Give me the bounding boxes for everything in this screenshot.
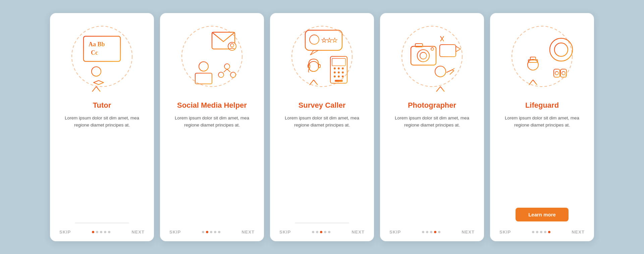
tutor-icon: Aa Bb Cc xyxy=(67,23,137,93)
lifeguard-dots xyxy=(532,231,550,233)
dot-3 xyxy=(430,231,432,233)
tutor-illustration: Aa Bb Cc xyxy=(65,21,139,95)
card-survey-caller: ★★★ xyxy=(270,13,374,241)
dot-4 xyxy=(434,231,436,233)
svg-point-46 xyxy=(334,75,336,78)
social-media-icon xyxy=(177,23,247,93)
lifeguard-nav: SKIP NEXT xyxy=(497,230,587,235)
tutor-title: Tutor xyxy=(93,101,111,110)
svg-line-25 xyxy=(227,69,230,72)
dot-4 xyxy=(104,231,106,233)
svg-line-37 xyxy=(314,80,318,85)
svg-point-21 xyxy=(224,64,230,69)
dot-5 xyxy=(108,231,110,233)
lifeguard-title: Lifeguard xyxy=(525,101,559,110)
survey-skip[interactable]: SKIP xyxy=(279,230,291,235)
dot-1 xyxy=(92,231,94,233)
card-social-media: Social Media Helper Lorem ipsum dolor si… xyxy=(160,13,264,241)
dot-3 xyxy=(540,231,542,233)
photographer-desc: Lorem ipsum dolor sit dim amet, mea regi… xyxy=(387,114,477,221)
social-media-illustration xyxy=(175,21,249,95)
svg-rect-33 xyxy=(318,64,320,68)
svg-point-43 xyxy=(334,71,336,73)
svg-point-53 xyxy=(420,52,427,59)
lifeguard-skip[interactable]: SKIP xyxy=(499,230,511,235)
dot-1 xyxy=(312,231,314,233)
lifeguard-next[interactable]: NEXT xyxy=(572,230,585,235)
survey-caller-desc: Lorem ipsum dolor sit dim amet, mea regi… xyxy=(277,114,367,216)
lifeguard-illustration xyxy=(505,21,579,95)
svg-point-79 xyxy=(562,71,565,75)
social-media-nav: SKIP NEXT xyxy=(167,230,257,235)
svg-point-62 xyxy=(435,66,446,77)
dot-2 xyxy=(426,231,428,233)
svg-rect-60 xyxy=(440,45,456,57)
dot-2 xyxy=(536,231,538,233)
learn-more-button[interactable]: Learn more xyxy=(516,208,569,221)
svg-rect-38 xyxy=(330,56,347,83)
card-lifeguard: Lifeguard Lorem ipsum dolor sit dim amet… xyxy=(490,13,594,241)
svg-point-0 xyxy=(72,26,132,87)
svg-point-52 xyxy=(417,50,429,62)
dot-4 xyxy=(324,231,326,233)
svg-rect-1 xyxy=(84,36,120,61)
dot-1 xyxy=(422,231,424,233)
survey-footer: SKIP NEXT xyxy=(277,222,367,235)
svg-point-40 xyxy=(334,67,336,69)
svg-point-48 xyxy=(342,75,344,78)
social-next[interactable]: NEXT xyxy=(241,230,255,235)
svg-rect-39 xyxy=(332,58,345,66)
social-dots xyxy=(202,231,220,233)
svg-text:★★★: ★★★ xyxy=(321,37,337,44)
survey-caller-icon: ★★★ xyxy=(287,23,357,93)
survey-nav: SKIP NEXT xyxy=(277,230,367,235)
photographer-next[interactable]: NEXT xyxy=(462,230,475,235)
lifeguard-desc: Lorem ipsum dolor sit dim amet, mea regi… xyxy=(497,114,587,202)
svg-line-8 xyxy=(96,87,100,92)
dot-1 xyxy=(202,231,204,233)
photographer-footer: SKIP NEXT xyxy=(387,227,477,235)
photographer-skip[interactable]: SKIP xyxy=(389,230,401,235)
dot-5 xyxy=(328,231,330,233)
svg-line-86 xyxy=(533,80,537,85)
card-tutor: Aa Bb Cc Tutor Lorem ipsum dolor sit dim… xyxy=(50,13,154,241)
svg-point-44 xyxy=(338,71,340,73)
svg-rect-76 xyxy=(560,69,567,77)
svg-point-70 xyxy=(554,43,568,56)
svg-rect-17 xyxy=(195,73,212,84)
photographer-illustration xyxy=(395,21,469,95)
svg-point-42 xyxy=(342,67,344,69)
tutor-next[interactable]: NEXT xyxy=(131,230,145,235)
dot-3 xyxy=(100,231,102,233)
social-skip[interactable]: SKIP xyxy=(169,230,181,235)
tutor-divider xyxy=(75,222,129,223)
social-media-footer: SKIP NEXT xyxy=(167,227,257,235)
survey-next[interactable]: NEXT xyxy=(352,230,365,235)
svg-rect-51 xyxy=(411,46,436,65)
survey-caller-title: Survey Caller xyxy=(299,101,346,110)
svg-text:Cc: Cc xyxy=(91,49,98,56)
dot-5 xyxy=(548,231,550,233)
svg-line-24 xyxy=(224,69,227,72)
svg-point-29 xyxy=(310,35,319,44)
svg-point-55 xyxy=(431,48,434,50)
svg-point-45 xyxy=(342,71,344,73)
svg-point-41 xyxy=(338,67,340,69)
svg-point-23 xyxy=(218,72,224,78)
cards-container: Aa Bb Cc Tutor Lorem ipsum dolor sit dim… xyxy=(50,13,594,241)
svg-rect-49 xyxy=(335,80,343,82)
photographer-icon xyxy=(397,23,467,93)
dot-4 xyxy=(544,231,546,233)
lifeguard-footer: Learn more SKIP NEXT xyxy=(497,208,587,235)
svg-point-22 xyxy=(230,72,236,78)
svg-line-36 xyxy=(310,80,314,85)
survey-divider xyxy=(295,222,349,223)
svg-line-7 xyxy=(92,87,96,92)
dot-1 xyxy=(532,231,534,233)
dot-2 xyxy=(316,231,318,233)
dot-3 xyxy=(210,231,212,233)
card-photographer: Photographer Lorem ipsum dolor sit dim a… xyxy=(380,13,484,241)
dot-2 xyxy=(96,231,98,233)
tutor-skip[interactable]: SKIP xyxy=(59,230,71,235)
lifeguard-icon xyxy=(507,23,577,93)
